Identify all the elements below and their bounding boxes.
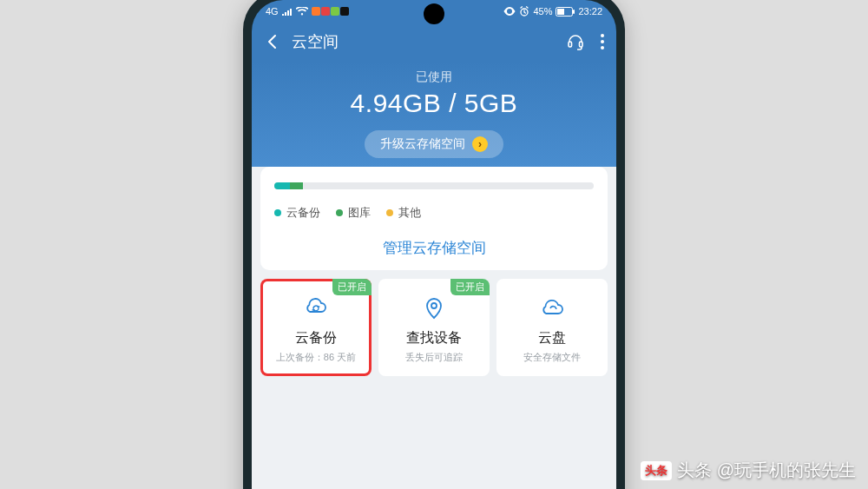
feature-tiles: 已开启 云备份 上次备份：86 天前 已开启 查找设备 丢失后可追踪 <box>260 279 608 376</box>
bar-segment-backup <box>274 182 290 189</box>
upgrade-button[interactable]: 升级云存储空间 › <box>365 130 503 158</box>
content-area: 云备份 图库 其他 管理云存储空间 已开启 <box>252 167 616 489</box>
back-icon[interactable] <box>264 33 281 50</box>
legend-dot-icon <box>274 209 281 216</box>
toutiao-logo-icon: 头条 <box>641 461 672 480</box>
tile-sub: 安全存储文件 <box>500 351 604 364</box>
watermark: 头条 头条 @玩手机的张先生 <box>641 459 856 482</box>
battery-pct: 45% <box>533 6 552 17</box>
camera-notch <box>424 3 444 24</box>
upgrade-label: 升级云存储空间 <box>380 136 465 152</box>
storage-hero: 已使用 4.94GB / 5GB 升级云存储空间 › <box>252 61 616 174</box>
phone-frame: 4G 45% <box>243 0 625 489</box>
status-badge: 已开启 <box>450 279 490 295</box>
headset-icon[interactable] <box>566 32 585 51</box>
cloud-icon <box>500 294 604 322</box>
manage-storage-link[interactable]: 管理云存储空间 <box>274 233 594 258</box>
tile-title: 云盘 <box>500 329 604 347</box>
tile-cloud-drive[interactable]: 云盘 安全存储文件 <box>496 279 608 376</box>
chevron-right-icon: › <box>472 136 488 152</box>
location-pin-icon <box>382 294 486 322</box>
storage-legend: 云备份 图库 其他 <box>274 205 594 221</box>
network-label: 4G <box>266 6 279 17</box>
status-badge: 已开启 <box>332 279 372 295</box>
title-bar: 云空间 <box>252 23 616 61</box>
storage-card: 云备份 图库 其他 管理云存储空间 <box>260 167 608 270</box>
legend-item-gallery: 图库 <box>336 205 371 221</box>
tile-title: 查找设备 <box>382 329 486 347</box>
eye-icon <box>503 7 516 16</box>
tile-sub: 丢失后可追踪 <box>382 351 486 364</box>
storage-bar <box>274 182 594 189</box>
battery-icon <box>556 7 575 17</box>
legend-label: 云备份 <box>286 205 320 221</box>
cloud-sync-icon <box>264 294 368 322</box>
more-icon[interactable] <box>601 34 604 50</box>
legend-dot-icon <box>336 209 343 216</box>
page-title: 云空间 <box>292 31 566 52</box>
bar-segment-gallery <box>290 182 303 189</box>
tile-title: 云备份 <box>264 329 368 347</box>
wifi-icon <box>296 7 308 16</box>
watermark-text: 头条 @玩手机的张先生 <box>677 459 856 482</box>
screen: 4G 45% <box>252 0 616 489</box>
svg-rect-3 <box>573 10 575 14</box>
alarm-icon <box>519 6 529 17</box>
legend-label: 其他 <box>398 205 421 221</box>
app-notification-icons <box>312 7 349 16</box>
clock-text: 23:22 <box>578 6 602 17</box>
svg-point-6 <box>431 303 437 308</box>
legend-dot-icon <box>386 209 393 216</box>
used-amount: 4.94GB / 5GB <box>252 89 616 118</box>
legend-item-other: 其他 <box>386 205 421 221</box>
legend-item-backup: 云备份 <box>274 205 320 221</box>
tile-find-device[interactable]: 已开启 查找设备 丢失后可追踪 <box>378 279 490 376</box>
used-label: 已使用 <box>252 69 616 85</box>
tile-cloud-backup[interactable]: 已开启 云备份 上次备份：86 天前 <box>260 279 372 376</box>
legend-label: 图库 <box>348 205 371 221</box>
tile-sub: 上次备份：86 天前 <box>264 351 368 364</box>
signal-icon <box>282 7 293 16</box>
svg-rect-2 <box>557 9 564 15</box>
